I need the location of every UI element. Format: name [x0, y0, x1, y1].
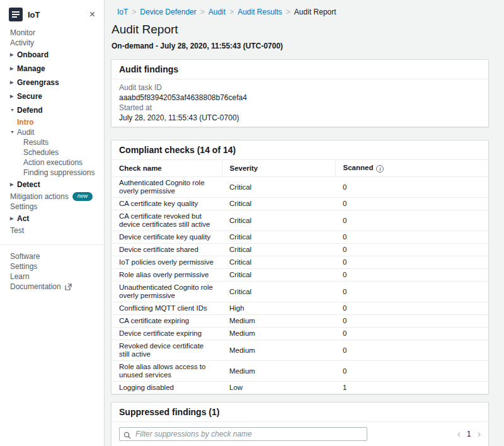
report-subtitle: On-demand - July 28, 2020, 11:55:43 (UTC…	[112, 42, 489, 50]
column-header-scanned: Scannedi	[335, 160, 488, 177]
sidebar-item-software[interactable]: Software	[0, 251, 104, 261]
sidebar-item-label: Action executions	[23, 158, 83, 167]
column-header-check-name: Check name	[112, 160, 222, 177]
sidebar-item-detect[interactable]: ▶Detect	[0, 178, 104, 192]
sidebar-item-label: Finding suppressions	[23, 168, 94, 177]
sidebar-item-label: Settings	[10, 262, 37, 271]
sidebar-item-label: Manage	[17, 64, 45, 73]
sidebar: IoT × MonitorActivity▶Onboard▶Manage▶Gre…	[0, 0, 105, 446]
compliant-checks-title: Compliant checks (14 of 14)	[112, 140, 488, 160]
cell-severity: Medium	[222, 328, 335, 340]
table-row: Authenticated Cognito role overly permis…	[112, 177, 488, 198]
sidebar-item-greengrass[interactable]: ▶Greengrass	[0, 76, 104, 89]
column-header-label: Severity	[230, 164, 258, 172]
cell-scanned: 0	[335, 198, 488, 210]
sidebar-item-defend[interactable]: ▼Defend	[0, 103, 104, 117]
table-row: Role alias allows access to unused servi…	[112, 361, 488, 382]
sidebar-item-label: Intro	[17, 118, 34, 127]
filter-box	[119, 427, 367, 441]
sidebar-item-manage[interactable]: ▶Manage	[0, 62, 104, 76]
cell-scanned: 0	[335, 361, 488, 382]
sidebar-item-results[interactable]: Results	[0, 137, 104, 147]
sidebar-item-secure[interactable]: ▶Secure	[0, 89, 104, 103]
cell-severity: Critical	[222, 244, 335, 256]
chevron-right-icon: ▶	[10, 180, 17, 189]
cell-scanned: 0	[335, 340, 488, 361]
cell-check: Role alias allows access to unused servi…	[112, 361, 222, 382]
current-page-number[interactable]: 1	[467, 430, 471, 438]
breadcrumb-separator: >	[132, 8, 136, 16]
table-row: Logging disabledLow1	[112, 382, 488, 394]
suppressed-findings-toolbar: ‹ 1 ›	[112, 422, 488, 446]
cell-severity: Medium	[222, 315, 335, 328]
cell-severity: Critical	[222, 231, 335, 244]
cell-severity: Critical	[222, 256, 335, 269]
sidebar-item-test[interactable]: Test	[0, 226, 104, 236]
sidebar-item-finding-suppressions[interactable]: Finding suppressions	[0, 168, 104, 178]
sidebar-item-schedules[interactable]: Schedules	[0, 147, 104, 157]
column-header-label: Check name	[119, 164, 162, 172]
pagination: ‹ 1 ›	[457, 430, 481, 438]
cell-scanned: 0	[335, 231, 488, 244]
table-row: Conflicting MQTT client IDsHigh0	[112, 302, 488, 315]
column-header-severity: Severity	[222, 160, 335, 177]
table-row: Device certificate expiringMedium0	[112, 328, 488, 340]
breadcrumb-link-audit-results[interactable]: Audit Results	[238, 8, 282, 16]
sidebar-item-label: Schedules	[23, 148, 59, 157]
main-content: IoT>Device Defender>Audit>Audit Results>…	[105, 0, 504, 446]
sidebar-item-action-executions[interactable]: Action executions	[0, 157, 104, 168]
breadcrumb-separator: >	[286, 8, 290, 16]
sidebar-item-label: Learn	[10, 272, 30, 281]
sidebar-item-documentation[interactable]: Documentation	[0, 282, 104, 292]
cell-check: CA certificate expiring	[112, 315, 222, 328]
sidebar-item-label: Settings	[10, 202, 37, 211]
previous-page-button[interactable]: ‹	[457, 430, 461, 438]
cell-scanned: 0	[335, 177, 488, 198]
cell-severity: Critical	[222, 210, 335, 231]
compliant-checks-card: Compliant checks (14 of 14) Check nameSe…	[111, 140, 489, 394]
app-window: IoT × MonitorActivity▶Onboard▶Manage▶Gre…	[0, 0, 504, 446]
sidebar-item-onboard[interactable]: ▶Onboard	[0, 48, 104, 62]
sidebar-item-label: Test	[10, 226, 24, 235]
sidebar-header: IoT ×	[0, 6, 104, 28]
external-link-icon	[65, 283, 72, 290]
breadcrumb: IoT>Device Defender>Audit>Audit Results>…	[111, 6, 489, 21]
sidebar-item-label: Act	[17, 214, 29, 223]
info-icon[interactable]: i	[376, 165, 384, 173]
chevron-down-icon: ▼	[10, 128, 17, 137]
next-page-button[interactable]: ›	[478, 430, 481, 438]
cell-scanned: 0	[335, 269, 488, 282]
sidebar-item-settings[interactable]: Settings	[0, 261, 104, 272]
cell-scanned: 0	[335, 302, 488, 315]
sidebar-item-intro[interactable]: Intro	[0, 117, 104, 127]
cell-severity: Critical	[222, 177, 335, 198]
sidebar-item-label: Audit	[17, 128, 34, 137]
breadcrumb-link-device-defender[interactable]: Device Defender	[140, 8, 196, 16]
cell-check: Unauthenticated Cognito role overly perm…	[112, 282, 222, 302]
table-row: CA certificate expiringMedium0	[112, 315, 488, 328]
cell-check: Device certificate key quality	[112, 231, 222, 244]
close-icon[interactable]: ×	[89, 10, 95, 19]
table-row: Unauthenticated Cognito role overly perm…	[112, 282, 488, 302]
breadcrumb-link-audit[interactable]: Audit	[209, 8, 226, 16]
page-title: Audit Report	[112, 23, 489, 37]
sidebar-item-learn[interactable]: Learn	[0, 272, 104, 282]
chevron-down-icon: ▼	[10, 106, 17, 115]
search-icon	[123, 430, 131, 442]
sidebar-item-monitor[interactable]: Monitor	[0, 28, 104, 38]
sidebar-item-activity[interactable]: Activity	[0, 38, 104, 48]
sidebar-item-label: Software	[10, 252, 40, 261]
sidebar-item-audit[interactable]: ▼Audit	[0, 127, 104, 137]
data-table: Check nameSeverityScannediAuthenticated …	[112, 160, 488, 394]
sidebar-item-settings[interactable]: Settings	[0, 202, 104, 212]
chevron-right-icon: ▶	[10, 64, 17, 73]
sidebar-item-act[interactable]: ▶Act	[0, 212, 104, 226]
audit-task-id-label: Audit task ID	[119, 83, 481, 93]
cell-check: CA certificate key quality	[112, 198, 222, 210]
cell-check: IoT policies overly permissive	[112, 256, 222, 269]
sidebar-item-label: Onboard	[17, 50, 49, 59]
audit-findings-title: Audit findings	[112, 60, 488, 79]
suppressions-filter-input[interactable]	[119, 427, 367, 441]
sidebar-item-mitigation-actions[interactable]: Mitigation actionsnew	[0, 192, 104, 202]
breadcrumb-link-iot[interactable]: IoT	[117, 8, 128, 16]
